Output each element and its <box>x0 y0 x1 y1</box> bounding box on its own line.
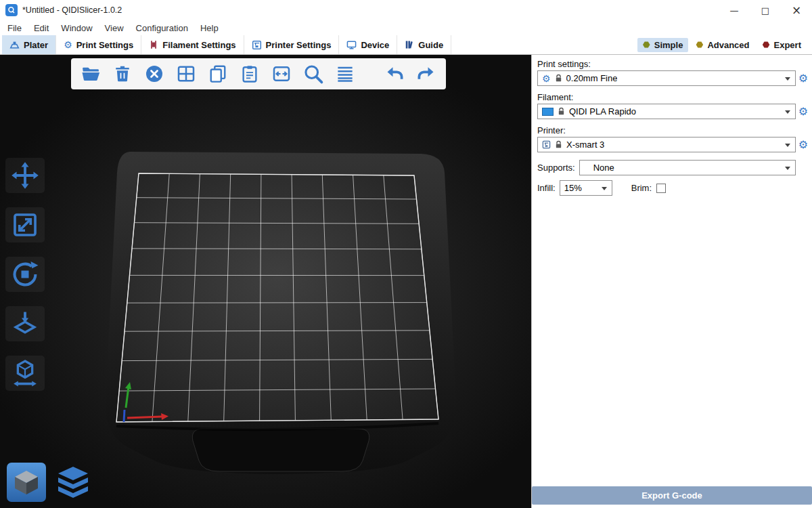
paste-button[interactable] <box>238 62 261 85</box>
gear-icon: ⚙ <box>542 74 551 83</box>
guide-books-icon <box>405 40 414 49</box>
menu-item-window[interactable]: Window <box>55 22 98 35</box>
print-settings-edit-button[interactable]: ⚙ <box>796 70 811 86</box>
tab-label: Filament Settings <box>162 40 235 50</box>
variable-layer-height-icon <box>335 64 355 84</box>
print-settings-select[interactable]: ⚙ 0.20mm Fine <box>537 70 796 86</box>
tab-guide[interactable]: Guide <box>397 35 451 54</box>
tab-label: Printer Settings <box>266 40 332 50</box>
print-bed <box>0 55 531 508</box>
brim-checkbox[interactable] <box>656 184 666 193</box>
filament-color-swatch <box>542 108 554 116</box>
view-3d-button[interactable] <box>7 463 46 502</box>
filament-spool-icon <box>149 40 158 49</box>
left-toolbar <box>5 158 45 391</box>
mode-label: Expert <box>774 40 801 50</box>
tab-plater[interactable]: Plater <box>2 35 56 54</box>
menu-item-file[interactable]: File <box>1 22 28 35</box>
dropdown-caret-icon <box>602 187 607 193</box>
rotate-icon <box>10 259 40 289</box>
printer-label: Printer: <box>532 123 812 137</box>
lock-icon <box>555 140 562 149</box>
tab-device[interactable]: Device <box>339 35 397 54</box>
simple-mode-icon <box>643 41 650 48</box>
size-measure-icon <box>10 358 40 388</box>
app-logo-icon <box>5 4 18 16</box>
device-monitor-icon <box>346 40 357 50</box>
mode-label: Simple <box>654 40 683 50</box>
window-title: *Untitled - QIDISlicer-1.0.2 <box>22 5 122 15</box>
mode-expert[interactable]: Expert <box>757 38 807 52</box>
minimize-button[interactable]: — <box>719 0 750 20</box>
menu-item-configuration[interactable]: Configuration <box>130 22 194 35</box>
move-tool-button[interactable] <box>5 158 45 193</box>
view-preview-button[interactable] <box>53 463 93 502</box>
mode-label: Advanced <box>707 40 749 50</box>
infill-select[interactable]: 15% <box>560 180 612 196</box>
tab-filament-settings[interactable]: Filament Settings <box>141 35 244 54</box>
menu-item-view[interactable]: View <box>99 22 130 35</box>
dropdown-caret-icon <box>785 167 790 173</box>
split-arrows-icon <box>271 64 292 84</box>
delete-all-button[interactable] <box>143 62 166 85</box>
supports-value: None <box>584 163 614 173</box>
filament-label: Filament: <box>532 90 812 104</box>
copy-button[interactable] <box>206 62 229 85</box>
arrange-button[interactable] <box>175 62 198 85</box>
print-settings-label: Print settings: <box>532 57 812 70</box>
split-button[interactable] <box>270 62 293 85</box>
maximize-button[interactable]: □ <box>750 0 781 20</box>
tab-label: Guide <box>418 40 443 50</box>
layer-height-button[interactable] <box>334 62 357 85</box>
delete-all-icon <box>144 64 164 84</box>
infill-label: Infill: <box>537 183 556 193</box>
move-icon <box>10 161 40 190</box>
advanced-mode-icon <box>696 41 703 48</box>
printer-select[interactable]: X-smart 3 <box>537 137 796 152</box>
expert-mode-icon <box>763 41 770 48</box>
undo-button[interactable] <box>383 62 406 85</box>
brim-label: Brim: <box>631 183 652 193</box>
open-folder-icon <box>81 64 101 84</box>
top-toolbar <box>71 58 446 89</box>
supports-label: Supports: <box>537 163 575 173</box>
plater-icon <box>9 40 20 50</box>
print-settings-value: 0.20mm Fine <box>566 73 618 83</box>
lock-icon <box>558 107 565 116</box>
scale-tool-button[interactable] <box>5 207 45 242</box>
3d-viewport[interactable] <box>0 55 531 508</box>
filament-edit-button[interactable]: ⚙ <box>796 104 811 119</box>
printer-value: X-smart 3 <box>566 140 604 150</box>
redo-button[interactable] <box>415 62 438 85</box>
tab-label: Plater <box>24 40 48 50</box>
title-bar: *Untitled - QIDISlicer-1.0.2 — □ × <box>0 0 812 20</box>
supports-select[interactable]: None <box>579 160 796 175</box>
place-on-face-button[interactable] <box>5 306 45 341</box>
main-area: Print settings: ⚙ 0.20mm Fine ⚙ Filament… <box>0 55 812 508</box>
menu-bar: File Edit Window View Configuration Help <box>0 20 812 35</box>
rotate-tool-button[interactable] <box>5 257 45 292</box>
search-button[interactable] <box>302 62 325 85</box>
filament-select[interactable]: QIDI PLA Rapido <box>537 104 796 119</box>
size-tool-button[interactable] <box>5 356 45 391</box>
tab-print-settings[interactable]: ⚙ Print Settings <box>56 35 141 54</box>
mode-switcher: Simple Advanced Expert <box>637 35 812 54</box>
close-button[interactable]: × <box>781 0 812 20</box>
place-on-face-icon <box>10 309 40 339</box>
open-file-button[interactable] <box>79 62 102 85</box>
delete-button[interactable] <box>111 62 134 85</box>
tab-printer-settings[interactable]: Printer Settings <box>244 35 340 54</box>
mode-advanced[interactable]: Advanced <box>690 38 754 52</box>
mode-simple[interactable]: Simple <box>637 38 689 52</box>
infill-value: 15% <box>564 183 582 193</box>
app-window: *Untitled - QIDISlicer-1.0.2 — □ × File … <box>0 0 812 508</box>
menu-item-help[interactable]: Help <box>194 22 225 35</box>
export-gcode-button[interactable]: Export G-code <box>532 486 812 505</box>
filament-value: QIDI PLA Rapido <box>569 106 636 117</box>
dropdown-caret-icon <box>785 110 790 117</box>
printer-icon <box>542 140 551 149</box>
menu-item-edit[interactable]: Edit <box>28 22 55 35</box>
trash-icon <box>112 64 133 84</box>
view-switcher <box>7 463 93 502</box>
printer-edit-button[interactable]: ⚙ <box>796 137 811 152</box>
